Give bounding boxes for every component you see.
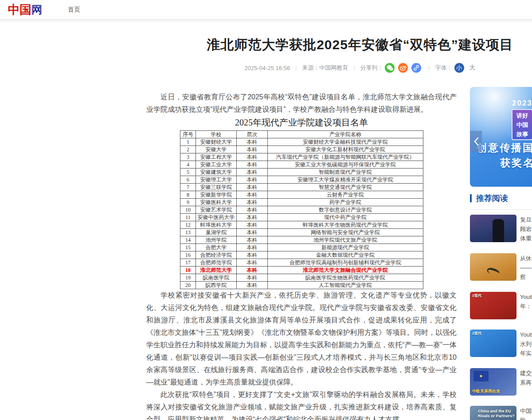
thumbnail-caption: China and the EU Rivals or Partners? [478, 409, 515, 419]
cell-no: 1 [180, 138, 196, 146]
cell-school: 安徽医科大学 [196, 199, 237, 206]
wechat-share-icon[interactable] [385, 63, 395, 73]
cell-school: 安徽理工大学 [196, 176, 237, 184]
cell-name: 人工智能现代产业学院 [268, 282, 423, 289]
table-row: 6 安徽理工大学 本科 安徽理工大学煤炭精准开采现代产业学院 [180, 176, 423, 184]
table-header-row: 序号 学校 层次 产业学院名称 [180, 131, 423, 138]
cell-level: 本科 [237, 161, 268, 169]
table-row: 11 安徽中医药大学 本科 现代中药产业学院 [180, 214, 423, 221]
weibo-share-icon[interactable] [398, 63, 408, 73]
china-net-logo[interactable]: 中国网 [8, 2, 42, 18]
article-paragraph: 近日，安徽省教育厅公布了2025年高校“双特色”建设项目名单，淮北师范大学文旅融… [146, 91, 457, 116]
cell-school: 淮北师范大学 [196, 267, 237, 274]
cell-name: 安徽理工大学煤炭精准开采现代产业学院 [268, 176, 423, 184]
recommend-item-title: 中国 欧， 伙伴 [520, 406, 532, 420]
cell-name: 池州学院现代文旅产业学院 [268, 236, 423, 244]
promo-banner[interactable]: 2023 讲好 中国 故事 创意传播国 获奖名 [470, 87, 532, 187]
cell-school: 巢湖学院 [196, 229, 237, 236]
header-shadow [0, 20, 532, 24]
cell-school: 安徽中医药大学 [196, 214, 237, 221]
cell-name: 智能制造现代产业学院 [268, 169, 423, 176]
cell-name: 云财务产业学院 [268, 191, 423, 199]
recommend-thumbnail: China and the EU Rivals or Partners? [470, 406, 516, 420]
cell-level: 本科 [237, 146, 268, 153]
cell-school: 安徽三联学院 [196, 184, 237, 191]
recommend-item-title: Youth 水到 年实 [520, 330, 532, 358]
cell-school: 蚌埠医科大学 [196, 221, 237, 229]
cell-no: 3 [180, 153, 196, 161]
share-label: 分享到： [360, 64, 383, 72]
cell-school: 安徽工业大学 [196, 161, 237, 169]
cell-level: 本科 [237, 236, 268, 244]
cell-level: 本科 [237, 199, 268, 206]
cell-no: 4 [180, 161, 196, 169]
cell-level: 本科 [237, 229, 268, 236]
cell-level: 本科 [237, 214, 268, 221]
table-row: 16 合肥经济学院 本科 金融大数据现代产业学院 [180, 251, 423, 259]
col-header-name: 产业学院名称 [268, 131, 423, 138]
meta-separator: | [295, 65, 297, 71]
recommend-divider [470, 209, 532, 210]
cell-level: 本科 [237, 274, 268, 282]
col-header-level: 层次 [237, 131, 268, 138]
table-row: 10 安徽艺术学院 本科 数字创意设计产业学院 [180, 206, 423, 214]
cell-name: 网络智能与安全现代产业学院 [268, 229, 423, 236]
page-title: 淮北师范大学获批2025年安徽省“双特色”建设项目 [146, 36, 532, 53]
cell-level: 本科 [237, 138, 268, 146]
recommend-item[interactable]: 复旦大 顾岩 体重 [470, 215, 532, 243]
cell-name: 现代中药产业学院 [268, 214, 423, 221]
article-paragraph: 此次获批“双特色”项目，更好支撑了“文史+文旅”双引擎驱动的学科融合发展格局。未… [146, 389, 457, 420]
article-source: 来源：中国网教育 [302, 64, 348, 72]
recommend-title: 推荐阅读 [476, 193, 508, 204]
cell-level: 本科 [237, 282, 268, 289]
cell-no: 18 [180, 267, 196, 274]
cell-school: 皖南医学院 [196, 274, 237, 282]
table-row: 8 安徽新华学院 本科 云财务产业学院 [180, 191, 423, 199]
logo-text-net: 网 [31, 3, 42, 17]
font-large-button[interactable]: 大 [469, 64, 476, 72]
cell-name: 新能源现代产业学院 [268, 244, 423, 251]
recommend-thumbnail [470, 253, 516, 281]
article-meta: 2025-04-25 16:56 | 来源：中国网教育 | 分享到： | 字体：… [146, 63, 532, 73]
cell-no: 11 [180, 214, 196, 221]
recommend-item-title: Youth 年： [520, 292, 532, 319]
font-small-button[interactable]: 小 [454, 63, 464, 73]
nav-home-link[interactable]: 首页 [68, 6, 80, 14]
logo-text-cn: 中国 [8, 2, 31, 18]
table-row: 12 蚌埠医科大学 本科 蚌埠医科大学生物医药现代产业学院 [180, 221, 423, 229]
recommend-item-title: 复旦大 顾岩 体重 [520, 215, 532, 243]
cell-name: 皖南医学院生物医药现代产业学院 [268, 274, 423, 282]
table-row: 7 安徽三联学院 本科 智慧交通现代产业学院 [180, 184, 423, 191]
recommend-item[interactable]: Z世代 Youth 年： [470, 292, 532, 319]
recommend-item[interactable]: Z世代 Youth 水到 年实 [470, 330, 532, 358]
banner-year-text: 2023 [512, 99, 532, 108]
col-header-school: 学校 [196, 131, 237, 138]
recommend-item[interactable]: 从休 —— 察 [470, 253, 532, 282]
cell-level: 本科 [237, 153, 268, 161]
cell-no: 20 [180, 282, 196, 289]
thumbnail-caption: Z世代 [472, 294, 481, 298]
cell-school: 安徽大学 [196, 146, 237, 153]
table-body: 1 安徽财经大学 本科 安徽财经大学金融科技现代产业学院 2 安徽大学 本科 安… [180, 138, 423, 289]
recommend-thumbnail: Z世代 [470, 330, 516, 357]
table-row: 19 皖南医学院 本科 皖南医学院生物医药现代产业学院 [180, 274, 423, 282]
cell-name: 数字创意设计产业学院 [268, 206, 423, 214]
table-row: 20 皖西学院 本科 人工智能现代产业学院 [180, 282, 423, 289]
cell-level: 本科 [237, 244, 268, 251]
table-row: 9 安徽医科大学 本科 药学产业学院 [180, 199, 423, 206]
cell-no: 9 [180, 199, 196, 206]
recommend-item[interactable]: China and the EU Rivals or Partners? 中国 … [470, 406, 532, 420]
project-table-block: 2025年现代产业学院建设项目名单 序号 学校 层次 产业学院名称 1 安徽财经… [180, 117, 423, 289]
cell-level: 本科 [237, 251, 268, 259]
copy-link-share-icon[interactable] [411, 63, 421, 73]
top-navbar: 中国网 首页 [0, 0, 532, 20]
recommend-thumbnail [470, 215, 516, 242]
table-row: 13 巢湖学院 本科 网络智能与安全现代产业学院 [180, 229, 423, 236]
cell-name: 淮北师范大学文旅融合现代产业学院 [268, 267, 423, 274]
cell-name: 蚌埠医科大学生物医药现代产业学院 [268, 221, 423, 229]
cell-name: 智慧交通现代产业学院 [268, 184, 423, 191]
carousel-prev-button[interactable] [470, 131, 482, 152]
cell-school: 合肥大学 [196, 244, 237, 251]
recommend-item[interactable]: 中欧关系再出发 建交5 系再 [470, 368, 532, 396]
cell-name: 安徽工业大学低碳能源与环保现代产业学院 [268, 161, 423, 169]
